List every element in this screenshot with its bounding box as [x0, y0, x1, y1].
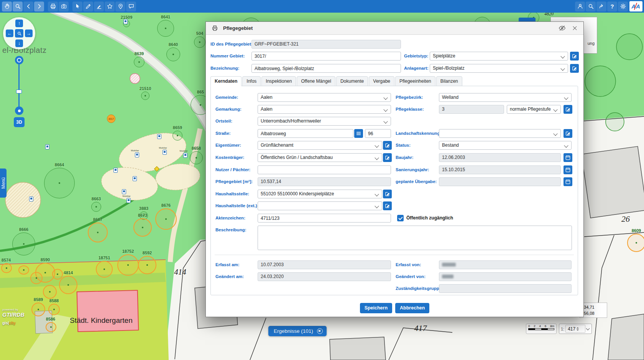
anlagenart-select[interactable]: Spiel-/Bolzplatz — [430, 64, 568, 73]
cancel-button[interactable]: Abbrechen — [395, 303, 429, 313]
status-select[interactable]: Bestand — [439, 141, 572, 150]
beschreibung-textarea[interactable] — [258, 226, 572, 250]
dialog-header[interactable]: Pflegegebiet — [206, 22, 583, 35]
gemarkung-select[interactable]: Aalen — [258, 105, 391, 114]
map-tree-circle[interactable] — [12, 232, 35, 255]
landschaftskennung-edit-button[interactable] — [564, 129, 572, 138]
map-tree-circle[interactable] — [1, 263, 12, 273]
map-tree-circle[interactable] — [18, 265, 29, 275]
marker-tool-button[interactable] — [94, 2, 104, 11]
gebietstyp-edit-button[interactable] — [570, 52, 579, 61]
pan-tool-button[interactable] — [2, 2, 12, 11]
eigentuemer-select[interactable]: Grünflächenamt — [258, 141, 382, 150]
selected-object-marker[interactable]: 3017 — [107, 115, 115, 123]
map-tree-circle[interactable] — [117, 254, 139, 276]
location-button[interactable] — [115, 2, 125, 11]
hausnummer-input[interactable] — [365, 129, 391, 138]
select-tool-button[interactable] — [72, 2, 82, 11]
gemeinde-select[interactable]: Aalen — [258, 93, 391, 102]
haushaltsstelle-select[interactable]: 551020 55100000 Kinderspielplätze — [258, 190, 382, 198]
gebietstyp-select[interactable]: Spielplätze — [430, 52, 568, 61]
strasse-input[interactable] — [258, 129, 353, 138]
zoom-out-button[interactable] — [15, 106, 23, 115]
uebergabe-calendar-button[interactable] — [564, 177, 572, 186]
pflegestufe-select[interactable]: normale Pflegestufe — [507, 105, 561, 114]
tab-offene-maengel[interactable]: Offene Mängel — [297, 76, 335, 86]
close-results-icon[interactable] — [317, 328, 323, 334]
haushaltstelle-ext-edit-button[interactable] — [383, 201, 392, 210]
map-tree-circle[interactable] — [157, 20, 174, 37]
dialog-print-button[interactable] — [210, 24, 219, 33]
print-map-button[interactable] — [48, 2, 58, 11]
haushaltsstelle-edit-button[interactable] — [383, 190, 392, 198]
map-tree-circle[interactable] — [30, 272, 43, 284]
haushaltstelle-ext-select[interactable] — [258, 201, 382, 210]
map-tree-circle[interactable] — [96, 261, 113, 278]
screenshot-button[interactable] — [59, 2, 69, 11]
map-tree-circle[interactable] — [43, 285, 57, 299]
map-tree-circle[interactable] — [52, 269, 63, 280]
map-tree-circle[interactable] — [172, 131, 182, 141]
map-tree-circle[interactable] — [166, 47, 180, 61]
vendor-logo[interactable]: AA — [629, 1, 642, 11]
settings-button[interactable] — [618, 2, 628, 11]
map-tree-circle[interactable] — [138, 256, 156, 274]
dialog-hide-button[interactable] — [558, 24, 566, 33]
scale-value-input[interactable]: 417 — [565, 325, 585, 333]
search-button[interactable] — [586, 2, 596, 11]
map-tree-circle[interactable] — [91, 202, 101, 212]
dialog-close-button[interactable] — [570, 24, 579, 33]
nummer-input[interactable] — [251, 52, 401, 61]
map-tree-circle[interactable] — [134, 57, 145, 67]
bezeichnung-input[interactable] — [251, 64, 401, 73]
map-tree-circle[interactable] — [155, 208, 177, 230]
map-tree-circle[interactable] — [46, 322, 56, 332]
comment-button[interactable] — [126, 2, 136, 11]
ortsteil-select[interactable]: Unterrombach/Hofherrnweiler — [258, 117, 391, 126]
tab-infos[interactable]: Infos — [242, 76, 261, 86]
map-tree-circle[interactable] — [190, 151, 203, 164]
tab-kerndaten[interactable]: Kerndaten — [210, 76, 242, 86]
user-account-button[interactable] — [575, 2, 585, 11]
aktenzeichen-input[interactable] — [258, 214, 391, 223]
map-tree-circle[interactable] — [31, 303, 45, 316]
landschaftskennung-select[interactable] — [439, 129, 561, 138]
zoom-extent-button[interactable] — [15, 29, 23, 38]
save-button[interactable]: Speichern — [360, 303, 392, 313]
zoom-tool-button[interactable] — [13, 2, 23, 11]
pan-down-button[interactable]: ↓ — [15, 39, 23, 47]
kostentraeger-edit-button[interactable] — [383, 153, 392, 162]
kostentraeger-select[interactable]: Öffentliches Grün / Landschaftsbau — [258, 153, 382, 162]
results-button[interactable]: Ergebnisse (101) — [268, 326, 327, 336]
menu-tab[interactable]: Menü — [0, 169, 7, 198]
map-tree-circle[interactable] — [141, 92, 150, 100]
history-forward-button[interactable] — [34, 2, 44, 11]
sanierungsjahr-calendar-button[interactable] — [564, 165, 572, 174]
map-tree-circle[interactable] — [194, 36, 205, 48]
zoom-in-button[interactable] — [15, 56, 23, 64]
oeffentlich-checkbox[interactable] — [397, 215, 404, 221]
help-button[interactable]: ? — [607, 2, 617, 11]
pflegebezirk-select[interactable]: Welland — [439, 93, 572, 102]
scale-dropdown-icon[interactable] — [586, 327, 590, 331]
map-tree-circle[interactable] — [48, 304, 60, 315]
anlagenart-edit-button[interactable] — [570, 64, 579, 73]
share-button[interactable] — [596, 2, 606, 11]
eigentuemer-edit-button[interactable] — [383, 141, 392, 150]
tab-pflegeeinheiten[interactable]: Pflegeeinheiten — [395, 76, 435, 86]
favorites-button[interactable] — [105, 2, 115, 11]
map-tree-circle[interactable] — [88, 223, 108, 242]
map-tree-circle[interactable] — [59, 276, 77, 294]
scale-spinner[interactable] — [577, 327, 584, 331]
map-tree-circle[interactable] — [44, 168, 75, 198]
tab-vergabe[interactable]: Vergabe — [369, 76, 394, 86]
pan-left-button[interactable]: ← — [6, 29, 13, 37]
pflegeklasse-edit-button[interactable] — [564, 105, 572, 114]
nutzer-input[interactable] — [258, 165, 391, 174]
tab-inspektionen[interactable]: Inspektionen — [261, 76, 296, 86]
baujahr-calendar-button[interactable] — [564, 153, 572, 162]
pan-right-button[interactable]: → — [25, 29, 33, 37]
view-3d-button[interactable]: 3D — [14, 117, 25, 127]
draw-tool-button[interactable] — [83, 2, 93, 11]
zoom-slider-handle[interactable] — [16, 90, 22, 93]
